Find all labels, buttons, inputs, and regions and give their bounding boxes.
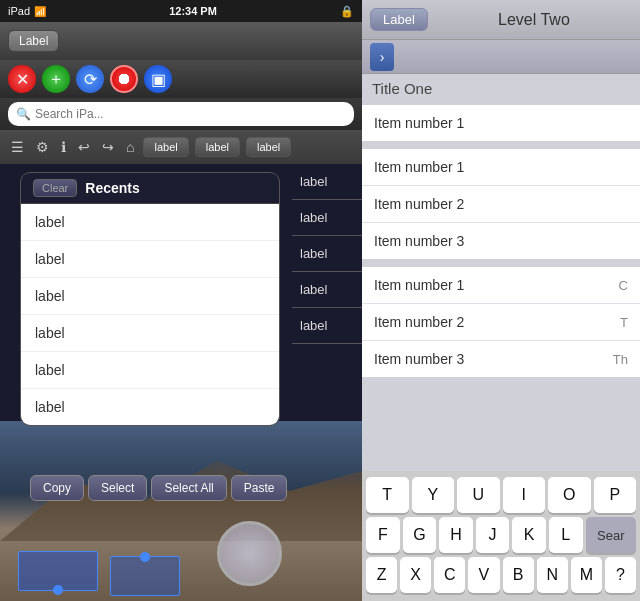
back-icon[interactable]: ↩ bbox=[75, 139, 93, 155]
key-I[interactable]: I bbox=[503, 477, 546, 513]
key-Z[interactable]: Z bbox=[366, 557, 397, 593]
keyboard: T Y U I O P F G H J K L Sear Z X C V B N… bbox=[362, 471, 640, 601]
record-icon[interactable]: ⏺ bbox=[110, 65, 138, 93]
info-icon[interactable]: ℹ bbox=[58, 139, 69, 155]
key-B[interactable]: B bbox=[503, 557, 534, 593]
key-V[interactable]: V bbox=[468, 557, 499, 593]
selection-handle[interactable] bbox=[140, 552, 150, 562]
select-button[interactable]: Select bbox=[88, 475, 147, 501]
tab-label-1[interactable]: label bbox=[143, 137, 188, 157]
level-title: Level Two bbox=[436, 11, 632, 29]
list-item[interactable]: Item number 2 T bbox=[362, 304, 640, 341]
status-bar: iPad 📶 12:34 PM 🔒 bbox=[0, 0, 362, 22]
stop-icon[interactable]: ✕ bbox=[8, 65, 36, 93]
search-input-wrap[interactable]: 🔍 bbox=[8, 102, 354, 126]
item-suffix: T bbox=[620, 315, 628, 330]
selection-rect-1 bbox=[18, 551, 98, 591]
right-label-item: label bbox=[292, 164, 362, 200]
status-left: iPad 📶 bbox=[8, 5, 46, 17]
list-item[interactable]: label bbox=[21, 352, 279, 389]
list-item[interactable]: Item number 1 bbox=[362, 149, 640, 186]
list-item[interactable]: label bbox=[21, 204, 279, 241]
tab-label-2[interactable]: label bbox=[195, 137, 240, 157]
item-text: Item number 2 bbox=[374, 314, 464, 330]
key-question[interactable]: ? bbox=[605, 557, 636, 593]
key-T[interactable]: T bbox=[366, 477, 409, 513]
key-G[interactable]: G bbox=[403, 517, 437, 553]
browser-toolbar: ✕ ＋ ⟳ ⏺ ▣ bbox=[0, 60, 362, 98]
key-F[interactable]: F bbox=[366, 517, 400, 553]
key-N[interactable]: N bbox=[537, 557, 568, 593]
item-text: Item number 1 bbox=[374, 277, 464, 293]
keyboard-row-3: Z X C V B N M ? bbox=[366, 557, 636, 593]
copy-toolbar: Copy Select Select All Paste bbox=[30, 475, 287, 501]
select-all-button[interactable]: Select All bbox=[151, 475, 226, 501]
right-nav: › bbox=[362, 40, 640, 74]
item-text: Item number 3 bbox=[374, 233, 464, 249]
settings-icon[interactable]: ⚙ bbox=[33, 139, 52, 155]
forward-icon[interactable]: ↪ bbox=[99, 139, 117, 155]
item-text: Item number 3 bbox=[374, 351, 464, 367]
key-O[interactable]: O bbox=[548, 477, 591, 513]
search-bar: 🔍 bbox=[0, 98, 362, 130]
copy-button[interactable]: Copy bbox=[30, 475, 84, 501]
right-label-item: label bbox=[292, 236, 362, 272]
key-L[interactable]: L bbox=[549, 517, 583, 553]
section1-title: Title One bbox=[362, 74, 640, 101]
item-text: Item number 1 bbox=[374, 115, 464, 131]
key-J[interactable]: J bbox=[476, 517, 510, 553]
tab-bar: ☰ ⚙ ℹ ↩ ↪ ⌂ label label label bbox=[0, 130, 362, 164]
magnifier bbox=[217, 521, 282, 586]
list-item[interactable]: Item number 3 Th bbox=[362, 341, 640, 377]
add-icon[interactable]: ＋ bbox=[42, 65, 70, 93]
list-item[interactable]: label bbox=[21, 315, 279, 352]
paste-button[interactable]: Paste bbox=[231, 475, 288, 501]
list-item[interactable]: Item number 3 bbox=[362, 223, 640, 259]
battery-icon: 🔒 bbox=[340, 5, 354, 18]
key-U[interactable]: U bbox=[457, 477, 500, 513]
right-panel: Label Level Two › Title One Item number … bbox=[362, 0, 640, 601]
left-panel: iPad 📶 12:34 PM 🔒 Label ✕ ＋ ⟳ ⏺ ▣ 🔍 ☰ ⚙ … bbox=[0, 0, 362, 601]
key-K[interactable]: K bbox=[512, 517, 546, 553]
nav-arrow-right[interactable]: › bbox=[370, 43, 394, 71]
url-bar: Label bbox=[0, 22, 362, 60]
right-labels: label label label label label bbox=[292, 164, 362, 344]
key-Y[interactable]: Y bbox=[412, 477, 455, 513]
list-item[interactable]: Item number 1 bbox=[362, 105, 640, 141]
recents-dropdown: Clear Recents label label label label la… bbox=[20, 172, 280, 426]
wifi-icon: 📶 bbox=[34, 6, 46, 17]
key-M[interactable]: M bbox=[571, 557, 602, 593]
item-suffix: C bbox=[619, 278, 628, 293]
home-icon[interactable]: ⌂ bbox=[123, 139, 137, 155]
key-X[interactable]: X bbox=[400, 557, 431, 593]
item-suffix: Th bbox=[613, 352, 628, 367]
right-label-item: label bbox=[292, 272, 362, 308]
search-input[interactable] bbox=[35, 107, 346, 121]
search-icon: 🔍 bbox=[16, 107, 31, 121]
key-H[interactable]: H bbox=[439, 517, 473, 553]
back-button[interactable]: Label bbox=[8, 30, 59, 52]
list-item[interactable]: Item number 2 bbox=[362, 186, 640, 223]
selection-rect-2 bbox=[110, 556, 180, 596]
list-item[interactable]: label bbox=[21, 389, 279, 425]
list-item[interactable]: label bbox=[21, 241, 279, 278]
list-section-1: Item number 1 bbox=[362, 105, 640, 141]
clear-button[interactable]: Clear bbox=[33, 179, 77, 197]
right-label-item: label bbox=[292, 308, 362, 344]
list-item[interactable]: Item number 1 C bbox=[362, 267, 640, 304]
refresh-icon[interactable]: ⟳ bbox=[76, 65, 104, 93]
screen-icon[interactable]: ▣ bbox=[144, 65, 172, 93]
key-C[interactable]: C bbox=[434, 557, 465, 593]
main-content: Clear Recents label label label label la… bbox=[0, 164, 362, 601]
list-item[interactable]: label bbox=[21, 278, 279, 315]
search-key[interactable]: Sear bbox=[586, 517, 636, 553]
status-time: 12:34 PM bbox=[169, 5, 217, 17]
device-label: iPad bbox=[8, 5, 30, 17]
right-header: Label Level Two bbox=[362, 0, 640, 40]
key-P[interactable]: P bbox=[594, 477, 637, 513]
menu-icon[interactable]: ☰ bbox=[8, 139, 27, 155]
selection-handle[interactable] bbox=[53, 585, 63, 595]
tab-label-3[interactable]: label bbox=[246, 137, 291, 157]
label-pill[interactable]: Label bbox=[370, 8, 428, 31]
status-right: 🔒 bbox=[340, 5, 354, 18]
